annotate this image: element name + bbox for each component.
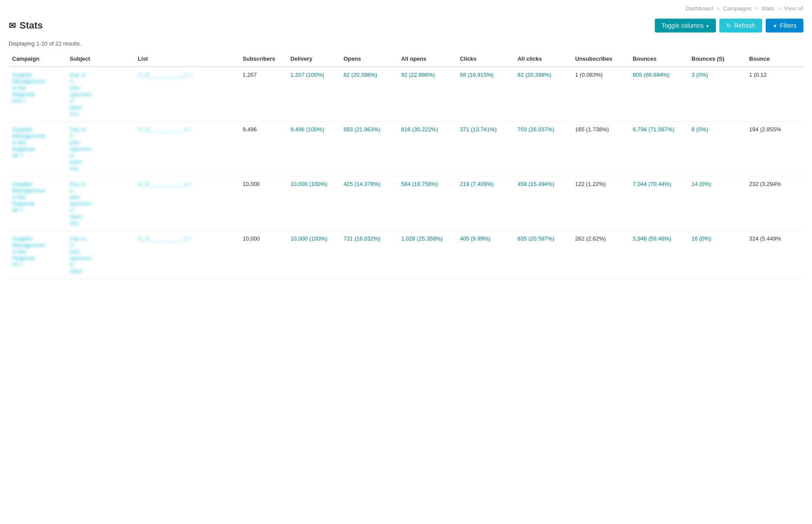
table-row: SupplierManage­mentin theRegional#8 >Day… [9,176,803,231]
table-row: SupplierManage­mentin theRegional#9 >Day… [9,122,803,176]
cell-unsubscribes: 165 (1.738%) [572,122,629,176]
table-wrapper: Campaign Subject List Subscribers Delive… [0,51,812,279]
cell-campaign: SupplierManage­mentin theRegional#10 > [9,67,66,122]
breadcrumb-view-all: View all [784,5,803,12]
breadcrumb-sep-3: > [777,5,781,12]
breadcrumb-sep-2: > [755,5,758,12]
cell-clicks: 405 (9.99%) [456,231,514,279]
cell-list: U_O___________3 > [134,176,239,231]
cell-all-opens: 1,028 (25.358%) [398,231,456,279]
breadcrumb-sep-1: > [716,5,720,12]
cell-clicks: 371 (13.741%) [456,122,514,176]
col-opens: Opens [340,51,398,67]
cell-list: U_O___________2 > [134,231,239,279]
toggle-columns-button[interactable]: Toggle columns [655,19,716,33]
cell-clicks: 219 (7.409%) [456,176,514,231]
filter-icon [773,22,777,29]
col-bounce: Bounce [746,51,803,67]
cell-subject: Day toII -plieragementA-latedstry [66,122,134,176]
list-name[interactable]: U_O___________4 > [138,126,192,133]
cell-clicks: 68 (16.915%) [456,67,514,122]
cell-all-clicks: 458 (15.494%) [514,176,572,231]
cell-opens: 82 (20.398%) [340,67,398,122]
refresh-label: Refresh [734,22,755,29]
campaign-name[interactable]: SupplierManage­mentin theRegional#8 > [12,181,45,213]
cell-delivery: 10,000 (100%) [287,231,340,279]
cell-bounce: 324 (5.449% [746,231,803,279]
breadcrumb-stats[interactable]: Stats [761,5,774,12]
refresh-icon [726,22,731,29]
cell-subscribers: 10,000 [239,176,287,231]
cell-delivery: 10,000 (100%) [287,176,340,231]
cell-all-clicks: 703 (26.037%) [514,122,572,176]
cell-bounces: 5,946 (59.46%) [629,231,688,279]
cell-unsubscribes: 262 (2.62%) [572,231,629,279]
breadcrumb-campaigns[interactable]: Campaigns [723,5,751,12]
cell-bounces: 6,796 (71.567%) [629,122,688,176]
cell-opens: 731 (18.032%) [340,231,398,279]
list-name[interactable]: U_O___________2 > [138,235,192,242]
cell-bounces-s: 14 (0%) [688,176,746,231]
cell-list: U_O___________4 > [134,122,239,176]
cell-subscribers: 10,000 [239,231,287,279]
page-header: ✉ Stats Toggle columns Refresh Filters [0,14,812,39]
filters-label: Filters [780,22,796,29]
cell-opens: 593 (21.963%) [340,122,398,176]
filters-button[interactable]: Filters [766,19,803,33]
cell-opens: 425 (14.378%) [340,176,398,231]
cell-bounces: 805 (66.694%) [629,67,688,122]
cell-campaign: SupplierManage­mentin theRegional#8 > [9,176,66,231]
col-unsubscribes: Unsubscribes [572,51,629,67]
cell-bounces-s: 3 (0%) [688,67,746,122]
campaign-name[interactable]: SupplierManage­mentin theRegional#7 > [12,235,45,268]
campaign-name[interactable]: SupplierManage­mentin theRegional#9 > [12,126,45,159]
col-subscribers: Subscribers [239,51,287,67]
cell-delivery: 1,207 (100%) [287,67,340,122]
cell-unsubscribes: 1 (0.083%) [572,67,629,122]
cell-all-clicks: 835 (20.597%) [514,231,572,279]
col-campaign: Campaign [9,51,66,67]
col-clicks: Clicks [456,51,514,67]
list-name[interactable]: U_O___________3 > [138,181,192,187]
cell-delivery: 9,496 (100%) [287,122,340,176]
refresh-button[interactable]: Refresh [719,19,762,33]
table-body: SupplierManage­mentin theRegional#10 >Da… [9,67,803,279]
cell-all-opens: 92 (22.886%) [398,67,456,122]
cell-all-opens: 816 (30.222%) [398,122,456,176]
cell-list: U_O___________1 > [134,67,239,122]
cell-bounces-s: 16 (0%) [688,231,746,279]
campaign-name[interactable]: SupplierManage­mentin theRegional#10 > [12,72,45,104]
cell-bounce: 194 (2.855% [746,122,803,176]
stats-table: Campaign Subject List Subscribers Delive… [9,51,803,279]
cell-subject: Day toII -plieragementA-lated [66,231,134,279]
breadcrumb-dashboard[interactable]: Dashboard [686,5,713,12]
cell-subscribers: 9,496 [239,122,287,176]
cell-subject: Day toII -plieragementA-latedstry [66,176,134,231]
toggle-columns-label: Toggle columns [662,22,704,29]
cell-bounces: 7,044 (70.44%) [629,176,688,231]
envelope-icon: ✉ [9,20,16,31]
header-actions: Toggle columns Refresh Filters [655,19,803,33]
breadcrumb: Dashboard > Campaigns > Stats > View all [0,0,812,14]
cell-subscribers: 1,207 [239,67,287,122]
table-row: SupplierManage­mentin theRegional#10 >Da… [9,67,803,122]
col-delivery: Delivery [287,51,340,67]
cell-all-opens: 584 (19.756%) [398,176,456,231]
col-subject: Subject [66,51,134,67]
table-row: SupplierManage­mentin theRegional#7 >Day… [9,231,803,279]
table-header: Campaign Subject List Subscribers Delive… [9,51,803,67]
cell-campaign: SupplierManage­mentin theRegional#7 > [9,231,66,279]
cell-unsubscribes: 122 (1.22%) [572,176,629,231]
cell-bounce: 1 (0.12 [746,67,803,122]
col-all-clicks: All clicks [514,51,572,67]
cell-bounces-s: 8 (0%) [688,122,746,176]
cell-bounce: 232 (3.294% [746,176,803,231]
col-bounces: Bounces [629,51,688,67]
list-name[interactable]: U_O___________1 > [138,72,192,78]
cell-all-clicks: 82 (20.398%) [514,67,572,122]
col-all-opens: All opens [398,51,456,67]
page-title-text: Stats [19,20,43,31]
col-bounces-s: Bounces (S) [688,51,746,67]
page-title: ✉ Stats [9,20,43,31]
cell-campaign: SupplierManage­mentin theRegional#9 > [9,122,66,176]
